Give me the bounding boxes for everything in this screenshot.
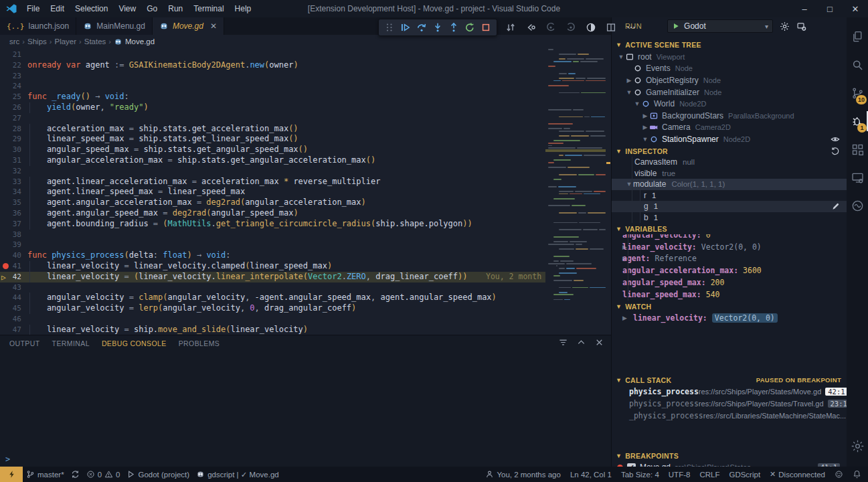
menu-terminal[interactable]: Terminal: [188, 0, 229, 17]
panel-tab-output[interactable]: OUTPUT: [9, 337, 40, 350]
close-icon[interactable]: ✕: [210, 21, 217, 31]
status-feedback[interactable]: [835, 467, 843, 482]
code-line[interactable]: 45 angular_velocity = lerp(angular_veloc…: [0, 303, 545, 314]
breakpoint-row[interactable]: ✓Move.gdsrc\Ships\Player\States41:1: [612, 461, 847, 467]
code-line[interactable]: 29 linear_speed_max = ship.stats.get_lin…: [0, 134, 545, 145]
stack-frame[interactable]: physics_processres://src/Ships/Player/St…: [612, 386, 847, 398]
reverse-continue-button[interactable]: [523, 20, 539, 35]
code-line[interactable]: 35 agent.angular_acceleration_max = deg2…: [0, 197, 545, 208]
stop-button[interactable]: [478, 20, 494, 35]
code-line[interactable]: 21: [0, 50, 545, 60]
code-line[interactable]: 30 angular_speed_max = ship.stats.get_an…: [0, 145, 545, 155]
status-encoding[interactable]: UTF-8: [669, 467, 691, 482]
code-line[interactable]: 28 acceleration_max = ship.stats.get_acc…: [0, 124, 545, 135]
activity-run-and-debug[interactable]: 1: [847, 107, 868, 135]
code-line[interactable]: 25func _ready() → void:: [0, 92, 545, 102]
code-line[interactable]: 46: [0, 314, 545, 325]
tree-chevron-icon[interactable]: ▼: [641, 136, 649, 143]
menu-edit[interactable]: Edit: [45, 0, 70, 17]
tree-chevron-icon[interactable]: ▶: [625, 77, 633, 84]
breadcrumb-item[interactable]: Player: [54, 37, 76, 46]
activity-search[interactable]: [847, 51, 868, 79]
activity-explorer[interactable]: [847, 23, 868, 51]
breadcrumb-file[interactable]: Move.gd: [114, 37, 155, 46]
scene-node-backgroundstars[interactable]: ▶BackgroundStarsParallaxBackground: [612, 110, 847, 122]
tree-chevron-icon[interactable]: ▶: [641, 124, 649, 131]
inspector-row-modulate[interactable]: ▼modulateColor(1, 1, 1, 1): [612, 179, 847, 190]
menu-selection[interactable]: Selection: [70, 0, 113, 17]
drag-grip-button[interactable]: [381, 20, 398, 35]
editor-tab-move-gd[interactable]: Move.gd✕: [153, 17, 224, 35]
breadcrumb-item[interactable]: States: [84, 37, 106, 46]
status-sync[interactable]: [68, 467, 83, 482]
code-line[interactable]: 36 agent.angular_speed_max = deg2rad(ang…: [0, 208, 545, 219]
tree-chevron-icon[interactable]: ▼: [625, 89, 633, 96]
step-out-button[interactable]: [446, 20, 462, 35]
status-language-mode[interactable]: GDScript: [729, 467, 760, 482]
code-line[interactable]: 22onready var agent := GSAIKinematicBody…: [0, 60, 545, 71]
watch-row[interactable]: ▶linear_velocity:Vector2(0, 0): [612, 312, 847, 323]
variable-row[interactable]: ▶agent:Reference: [612, 253, 847, 265]
inspector-row-visible[interactable]: visibletrue: [612, 168, 847, 179]
breadcrumb[interactable]: src›Ships›Player›States›Move.gd: [0, 35, 611, 48]
menu-view[interactable]: View: [113, 0, 141, 17]
section-variables[interactable]: ▼VARIABLES: [612, 223, 847, 234]
activity-remote-explorer[interactable]: [847, 163, 868, 191]
status-remote-indicator[interactable]: [0, 467, 23, 482]
stack-frame[interactable]: _physics_processres://src/Libraries/Stat…: [612, 410, 847, 422]
code-line[interactable]: 37 agent.bounding_radius = (MathUtils.ge…: [0, 219, 545, 230]
code-line[interactable]: 33 agent.linear_acceleration_max = accel…: [0, 177, 545, 187]
tree-chevron-icon[interactable]: ▶: [641, 112, 649, 119]
status-launch-config[interactable]: Godot (project): [123, 467, 193, 482]
step-over-button[interactable]: [414, 20, 430, 35]
debug-console-body[interactable]: >: [0, 351, 611, 467]
panel-tab-terminal[interactable]: TERMINAL: [52, 337, 90, 350]
tree-chevron-icon[interactable]: ▼: [633, 100, 641, 107]
launch-config-dropdown[interactable]: Godot ▾: [667, 19, 773, 33]
maximize-button[interactable]: □: [817, 0, 843, 17]
variable-row[interactable]: ▶linear_velocity:Vector2(0, 0): [612, 241, 847, 253]
stack-frame[interactable]: physics_processres://src/Ships/Player/St…: [612, 398, 847, 410]
status-git-blame[interactable]: You, 2 months ago: [485, 467, 560, 482]
breadcrumb-item[interactable]: src: [9, 37, 19, 46]
expand-chevron-icon[interactable]: ▶: [612, 315, 622, 321]
code-line[interactable]: 38: [0, 230, 545, 240]
scene-node-stationspawner[interactable]: ▼StationSpawnerNode2D: [612, 133, 847, 145]
scene-node-camera[interactable]: ▶CameraCamera2D: [612, 122, 847, 134]
section-active-scene-tree[interactable]: ▼ACTIVE SCENE TREE: [612, 35, 847, 51]
code-line[interactable]: 32: [0, 166, 545, 177]
menu-run[interactable]: Run: [163, 0, 188, 17]
status-git-branch[interactable]: master*: [23, 467, 68, 482]
scene-node-root[interactable]: ▼rootViewport: [612, 51, 847, 63]
scene-node-world[interactable]: ▼WorldNode2D: [612, 98, 847, 110]
section-breakpoints[interactable]: ▼BREAKPOINTS: [612, 450, 847, 461]
menu-go[interactable]: Go: [141, 0, 163, 17]
code-line[interactable]: 31 angular_acceleration_max = ship.stats…: [0, 155, 545, 166]
code-line[interactable]: 43: [0, 283, 545, 293]
step-forward-button[interactable]: [563, 20, 579, 35]
activity-settings[interactable]: [847, 432, 868, 460]
split-editor-button[interactable]: [603, 20, 619, 35]
panel-tab-problems[interactable]: PROBLEMS: [179, 337, 220, 350]
code-line[interactable]: 47 linear_velocity = ship.move_and_slide…: [0, 325, 545, 335]
activity-extensions[interactable]: [847, 135, 868, 163]
section-call-stack[interactable]: ▼CALL STACKPAUSED ON BREAKPOINT: [612, 374, 847, 386]
configure-launch-icon[interactable]: [780, 21, 790, 31]
swap-debug-target-button[interactable]: [503, 20, 519, 35]
continue-button[interactable]: [398, 20, 414, 35]
close-panel-icon[interactable]: [594, 337, 604, 347]
expand-chevron-icon[interactable]: ▶: [612, 255, 622, 262]
variable-row[interactable]: linear_speed_max:540: [612, 289, 847, 301]
activity-godot-debugger[interactable]: [847, 191, 868, 220]
code-line[interactable]: 23: [0, 71, 545, 82]
debug-console-icon[interactable]: [796, 21, 806, 31]
scene-node-gameinitializer[interactable]: ▼GameInitializerNode: [612, 86, 847, 98]
inspector-row-b[interactable]: b1: [612, 212, 847, 224]
scene-node-objectregistry[interactable]: ▶ObjectRegistryNode: [612, 74, 847, 86]
console-prompt[interactable]: >: [5, 455, 10, 464]
code-line[interactable]: 26 yield(owner, "ready"): [0, 102, 545, 113]
close-button[interactable]: ✕: [843, 0, 868, 17]
editor-tab-launch-json[interactable]: {..}launch.json: [0, 17, 76, 35]
tree-chevron-icon[interactable]: ▼: [617, 54, 625, 60]
menu-file[interactable]: File: [21, 0, 45, 17]
